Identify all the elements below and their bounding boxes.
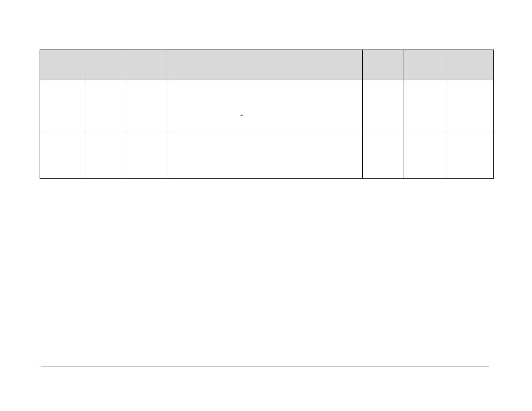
table-header-cell — [85, 50, 126, 80]
data-table: ± — [40, 50, 494, 179]
table-cell — [126, 80, 167, 132]
table-header-cell — [126, 50, 167, 80]
table-header-cell — [447, 50, 494, 80]
table-header-row — [40, 50, 494, 80]
table-cell — [447, 132, 494, 179]
table-header-cell — [404, 50, 447, 80]
plus-minus-symbol: ± — [240, 113, 243, 118]
table-cell — [85, 80, 126, 132]
table-cell — [40, 132, 85, 179]
table-cell — [362, 132, 404, 179]
table-header-cell — [40, 50, 85, 80]
table-cell-description: ± — [167, 80, 362, 132]
table-container: ± — [40, 50, 494, 179]
document-page: ± — [0, 0, 532, 411]
table-cell — [404, 132, 447, 179]
table-cell — [362, 80, 404, 132]
table-cell — [85, 132, 126, 179]
table-cell — [404, 80, 447, 132]
table-header-cell — [167, 50, 362, 80]
table-row: ± — [40, 80, 494, 132]
table-row — [40, 132, 494, 179]
table-cell — [126, 132, 167, 179]
footer-divider — [41, 367, 489, 367]
table-cell — [447, 80, 494, 132]
table-header-cell — [362, 50, 404, 80]
table-cell — [167, 132, 362, 179]
table-cell — [40, 80, 85, 132]
